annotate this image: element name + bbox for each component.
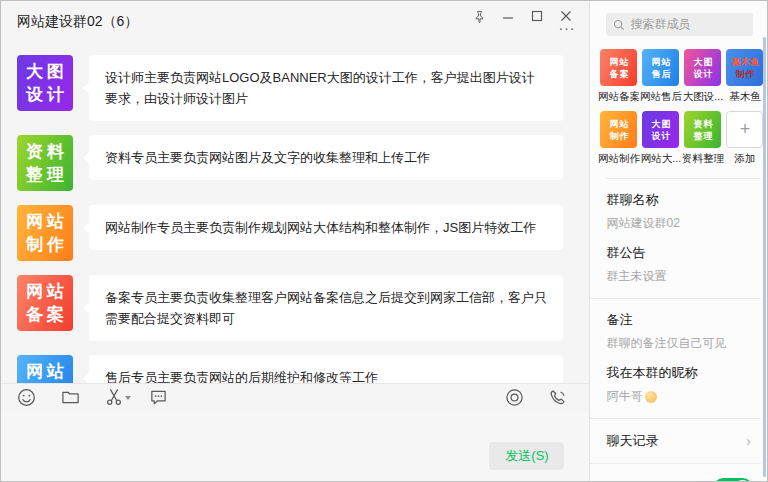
section-title: 群聊名称	[606, 191, 751, 209]
avatar-text-line1: 资料	[26, 140, 68, 163]
pin-icon[interactable]	[468, 6, 490, 26]
message-text: 网站制作专员主要负责制作规划网站大体结构和整体制作，JS图片特效工作	[105, 217, 536, 238]
member-avatar[interactable]: 网站 售后	[642, 49, 679, 86]
member-avatar[interactable]: 大图 设计	[684, 49, 721, 86]
info-section[interactable]: 我在本群的昵称 阿牛哥	[590, 352, 761, 419]
minimize-button[interactable]	[497, 6, 519, 26]
sender-avatar[interactable]: 大图 设计	[17, 55, 73, 111]
message-input[interactable]	[17, 415, 479, 445]
voice-call-icon[interactable]	[547, 387, 569, 409]
avatar-text-line1: 网站	[651, 56, 671, 68]
group-info-sections: 群聊名称 网站建设群02 群公告 群主未设置 备注 群聊的备注仅自己可见 我在本…	[590, 179, 767, 419]
avatar-text-line2: 设计	[693, 68, 713, 80]
member-avatar[interactable]: 基木鱼 制作	[726, 49, 763, 86]
sender-avatar[interactable]: 网站 备案	[17, 275, 73, 331]
avatar-text-line1: 基木鱼	[732, 56, 759, 68]
toggle-label: 显示群成员昵称	[606, 480, 697, 482]
member-name: 基木鱼	[729, 90, 761, 104]
sidebar-scrollbar[interactable]	[763, 37, 766, 477]
section-value-text: 阿牛哥	[606, 388, 642, 405]
avatar-text-line1: 网站	[609, 118, 629, 130]
avatar-text-line1: 网站	[26, 280, 68, 303]
section-value-text: 群聊的备注仅自己可见	[606, 335, 726, 352]
chevron-right-icon: ›	[746, 436, 751, 446]
screenshot-scissors-icon[interactable]	[103, 387, 125, 409]
scissors-dropdown-caret[interactable]	[125, 396, 131, 400]
emoji-icon[interactable]	[15, 387, 37, 409]
toggle-switch[interactable]	[713, 478, 753, 481]
avatar-text-line2: 设计	[26, 83, 68, 106]
search-icon	[613, 19, 625, 31]
info-section[interactable]: 备注 群聊的备注仅自己可见	[590, 299, 767, 352]
avatar-text-line1: 网站	[609, 56, 629, 68]
message-bubble[interactable]: 资料专员主要负责网站图片及文字的收集整理和上传工作	[89, 135, 563, 180]
section-title: 备注	[606, 311, 751, 329]
avatar-text-line1: 资料	[693, 118, 713, 130]
member-name: 网站大...	[641, 152, 681, 166]
message-bubble[interactable]: 网站制作专员主要负责制作规划网站大体结构和整体制作，JS图片特效工作	[89, 205, 563, 250]
sender-avatar[interactable]: 网站 制作	[17, 205, 73, 261]
add-member-button[interactable]: +	[726, 111, 763, 148]
avatar-text-line2: 制作	[735, 68, 755, 80]
avatar-text-line1: 大图	[26, 60, 68, 83]
member-name: 网站制作	[598, 152, 640, 166]
member-avatar[interactable]: 资料 整理	[684, 111, 721, 148]
add-member-label: 添加	[734, 152, 755, 166]
member-avatar[interactable]: 大图 设计	[642, 111, 679, 148]
sender-avatar[interactable]: 资料 整理	[17, 135, 73, 191]
more-menu-button[interactable]: ···	[558, 22, 575, 34]
section-value: 网站建设群02	[606, 215, 751, 232]
section-value: 群聊的备注仅自己可见	[606, 335, 751, 352]
avatar-text-line2: 备案	[609, 68, 629, 80]
chat-message: 大图 设计 设计师主要负责网站LOGO及BANNER大图的设计工作，客户提出图片…	[17, 55, 589, 121]
file-folder-icon[interactable]	[59, 387, 81, 409]
chat-message: 网站 备案 备案专员主要负责收集整理客户网站备案信息之后提交到网家工信部，客户只…	[17, 275, 589, 341]
message-text: 备案专员主要负责收集整理客户网站备案信息之后提交到网家工信部，客户只需要配合提交…	[105, 287, 547, 329]
message-bubble[interactable]: 售后专员主要负责网站的后期维护和修改等工作	[89, 355, 563, 383]
member-name: 资料整理	[682, 152, 724, 166]
section-value: 群主未设置	[606, 268, 745, 285]
plus-icon: +	[740, 119, 751, 140]
member-grid: 网站 备案 网站备案 网站 售后 网站售后 大图 设计 大图设... 基木鱼 制…	[598, 49, 763, 166]
message-list: 大图 设计 设计师主要负责网站LOGO及BANNER大图的设计工作，客户提出图片…	[1, 47, 589, 383]
chat-history-icon[interactable]	[147, 387, 169, 409]
section-title: 群公告	[606, 244, 745, 262]
chat-history-link[interactable]: 聊天记录 ›	[590, 419, 761, 464]
info-section[interactable]: 群公告 群主未设置	[590, 232, 761, 299]
member-avatar[interactable]: 网站 制作	[600, 111, 637, 148]
maximize-button[interactable]	[526, 6, 548, 26]
search-member-input[interactable]: 搜索群成员	[606, 13, 753, 36]
chat-message: 网站 售后 售后专员主要负责网站的后期维护和修改等工作	[17, 355, 589, 383]
member-item[interactable]: 大图 设计 大图设...	[682, 49, 723, 104]
member-item[interactable]: 网站 备案 网站备案	[598, 49, 639, 104]
add-member-item[interactable]: + 添加	[724, 111, 765, 166]
message-text: 售后专员主要负责网站的后期维护和修改等工作	[105, 367, 378, 383]
avatar-text-line2: 售后	[651, 68, 671, 80]
avatar-text-line2: 设计	[651, 130, 671, 142]
member-item[interactable]: 网站 制作 网站制作	[598, 111, 639, 166]
message-text: 资料专员主要负责网站图片及文字的收集整理和上传工作	[105, 147, 430, 168]
send-button[interactable]: 发送(S)	[489, 442, 564, 470]
message-text: 设计师主要负责网站LOGO及BANNER大图的设计工作，客户提出图片设计要求，由…	[105, 67, 547, 109]
member-item[interactable]: 大图 设计 网站大...	[640, 111, 681, 166]
composer: 发送(S)	[1, 411, 589, 481]
member-item[interactable]: 资料 整理 资料整理	[682, 111, 723, 166]
toggle-row: 显示群成员昵称	[590, 468, 767, 481]
info-section[interactable]: 群聊名称 网站建设群02	[590, 179, 767, 232]
section-value: 阿牛哥	[606, 388, 745, 405]
screen-record-icon[interactable]	[503, 387, 525, 409]
member-name: 网站售后	[640, 90, 682, 104]
avatar-text-line2: 整理	[26, 163, 68, 186]
avatar-text-line2: 制作	[609, 130, 629, 142]
chat-message: 网站 制作 网站制作专员主要负责制作规划网站大体结构和整体制作，JS图片特效工作	[17, 205, 589, 261]
message-bubble[interactable]: 设计师主要负责网站LOGO及BANNER大图的设计工作，客户提出图片设计要求，由…	[89, 55, 563, 121]
toggle-knob	[734, 480, 751, 481]
section-value-text: 网站建设群02	[606, 215, 679, 232]
member-item[interactable]: 基木鱼 制作 基木鱼	[724, 49, 765, 104]
member-avatar[interactable]: 网站 备案	[600, 49, 637, 86]
sender-avatar[interactable]: 网站 售后	[17, 355, 73, 383]
avatar-text-line1: 网站	[26, 210, 68, 233]
chat-title: 网站建设群02（6）	[17, 13, 138, 31]
member-item[interactable]: 网站 售后 网站售后	[640, 49, 681, 104]
message-bubble[interactable]: 备案专员主要负责收集整理客户网站备案信息之后提交到网家工信部，客户只需要配合提交…	[89, 275, 563, 341]
